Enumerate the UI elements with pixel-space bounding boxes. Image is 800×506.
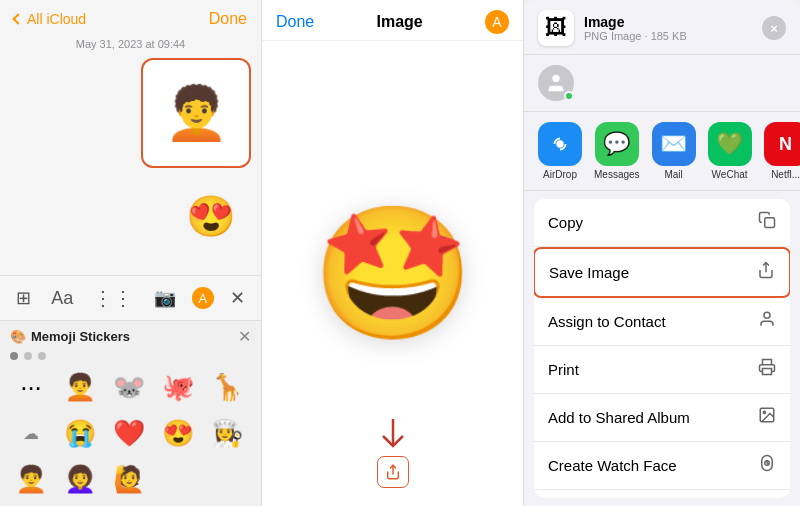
contact-symbol <box>758 310 776 328</box>
memoji-image: 🤩 <box>312 198 474 350</box>
action-watch-label: Create Watch Face <box>548 457 677 474</box>
dot-1 <box>10 352 18 360</box>
camera-icon[interactable]: 📷 <box>150 285 180 311</box>
app-mail[interactable]: ✉️ Mail <box>652 122 696 180</box>
sticker-close-button[interactable]: ✕ <box>238 327 251 346</box>
messages-area: 🧑‍🦱 😍 <box>0 58 261 275</box>
contact-icon <box>758 310 776 333</box>
app-netflix[interactable]: N Netfl... <box>764 122 800 180</box>
sticker-title-emoji: 🎨 <box>10 329 26 344</box>
sticker-cell-12[interactable]: 🙋 <box>108 458 150 500</box>
text-icon[interactable]: Aa <box>47 286 77 311</box>
wechat-icon: 💚 <box>708 122 752 166</box>
action-print[interactable]: Print <box>534 346 790 394</box>
messages-icon: 💬 <box>595 122 639 166</box>
mail-label: Mail <box>664 169 682 180</box>
image-display-area: 🤩 <box>262 41 523 506</box>
copy-icon <box>758 211 776 234</box>
action-copy[interactable]: Copy <box>534 199 790 247</box>
memoji-toolbar-icon[interactable]: A <box>192 287 214 309</box>
done-button-mid[interactable]: Done <box>276 13 314 31</box>
back-label: All iCloud <box>27 11 86 27</box>
print-symbol <box>758 358 776 376</box>
album-icon <box>758 406 776 429</box>
header-icon-circle[interactable]: A <box>485 10 509 34</box>
person-icon <box>545 72 567 94</box>
wechat-label: WeChat <box>712 169 748 180</box>
compose-toolbar: ⊞ Aa ⋮⋮ 📷 A ✕ <box>0 275 261 320</box>
svg-point-9 <box>763 411 765 413</box>
print-icon <box>758 358 776 381</box>
sticker-cell-9[interactable]: 👩‍🍳 <box>206 412 248 454</box>
netflix-label: Netfl... <box>771 169 800 180</box>
messages-label: Messages <box>594 169 640 180</box>
save-symbol <box>757 261 775 279</box>
message-image-2[interactable]: 😍 <box>171 176 251 256</box>
sticker-dots-item[interactable]: ··· <box>10 366 52 408</box>
share-close-button[interactable]: × <box>762 16 786 40</box>
app-wechat[interactable]: 💚 WeChat <box>708 122 752 180</box>
sticker-dots <box>10 352 251 360</box>
close-toolbar-icon[interactable]: ✕ <box>226 285 249 311</box>
app-messages[interactable]: 💬 Messages <box>594 122 640 180</box>
app-airdrop[interactable]: AirDrop <box>538 122 582 180</box>
svg-point-2 <box>552 75 559 82</box>
sticker-cell-1[interactable]: 🧑‍🦱 <box>59 366 101 408</box>
action-watch-face[interactable]: Create Watch Face <box>534 442 790 490</box>
file-name: Image <box>584 14 762 30</box>
back-button[interactable]: All iCloud <box>14 11 86 27</box>
sticker-cell-8[interactable]: 😍 <box>157 412 199 454</box>
contact-avatar <box>538 65 574 101</box>
file-meta: PNG Image · 185 KB <box>584 30 762 42</box>
messages-header: All iCloud Done <box>0 0 261 34</box>
sticker-cell-6[interactable]: 😭 <box>59 412 101 454</box>
arrow-indicator <box>373 414 413 454</box>
share-sheet-header: 🖼 Image PNG Image · 185 KB × <box>524 0 800 55</box>
share-button[interactable] <box>377 456 409 488</box>
album-symbol <box>758 406 776 424</box>
file-info: Image PNG Image · 185 KB <box>584 14 762 42</box>
share-button-area <box>377 456 409 488</box>
timestamp: May 31, 2023 at 09:44 <box>0 34 261 58</box>
watch-icon <box>758 454 776 477</box>
action-assign-label: Assign to Contact <box>548 313 666 330</box>
airdrop-symbol <box>549 133 571 155</box>
sticker-cell-3[interactable]: 🐙 <box>157 366 199 408</box>
image-viewer-header: Done Image A <box>262 0 523 41</box>
sticker-panel: 🎨 Memoji Stickers ✕ ··· 🧑‍🦱 🐭 🐙 🦒 ☁ 😭 ❤️… <box>0 320 261 506</box>
mail-icon: ✉️ <box>652 122 696 166</box>
sticker-cell-10[interactable]: 🧑‍🦱 <box>10 458 52 500</box>
sticker-cell-11[interactable]: 👩‍🦱 <box>59 458 101 500</box>
airdrop-label: AirDrop <box>543 169 577 180</box>
sticker-cell-7[interactable]: ❤️ <box>108 412 150 454</box>
list-icon[interactable]: ⋮⋮ <box>89 284 137 312</box>
dot-3 <box>38 352 46 360</box>
action-shared-album[interactable]: Add to Shared Album <box>534 394 790 442</box>
sticker-title-text: Memoji Stickers <box>31 329 130 344</box>
done-button-left[interactable]: Done <box>209 10 247 28</box>
messages-panel: All iCloud Done May 31, 2023 at 09:44 🧑‍… <box>0 0 262 506</box>
sticker-grid: ··· 🧑‍🦱 🐭 🐙 🦒 ☁ 😭 ❤️ 😍 👩‍🍳 🧑‍🦱 👩‍🦱 🙋 <box>10 366 251 500</box>
action-assign-contact[interactable]: Assign to Contact <box>534 298 790 346</box>
sticker-cell-5[interactable]: ☁ <box>10 412 52 454</box>
svg-point-6 <box>764 312 770 318</box>
svg-point-3 <box>556 140 563 147</box>
sticker-cell-4[interactable]: 🦒 <box>206 366 248 408</box>
online-indicator <box>564 91 574 101</box>
action-shared-album-label: Add to Shared Album <box>548 409 690 426</box>
image-viewer-panel: Done Image A 🤩 <box>262 0 524 506</box>
airdrop-icon <box>538 122 582 166</box>
grid-icon[interactable]: ⊞ <box>12 285 35 311</box>
action-save-image[interactable]: Save Image <box>534 247 790 298</box>
image-title: Image <box>377 13 423 31</box>
share-icon <box>385 464 401 480</box>
message-image-selected[interactable]: 🧑‍🦱 <box>141 58 251 168</box>
save-icon <box>757 261 775 284</box>
svg-rect-7 <box>763 369 772 375</box>
action-save-files[interactable]: Save to Files <box>534 490 790 498</box>
netflix-icon: N <box>764 122 800 166</box>
action-print-label: Print <box>548 361 579 378</box>
watch-symbol <box>758 454 776 472</box>
action-list: Copy Save Image Assign to Contact <box>534 199 790 498</box>
sticker-cell-2[interactable]: 🐭 <box>108 366 150 408</box>
